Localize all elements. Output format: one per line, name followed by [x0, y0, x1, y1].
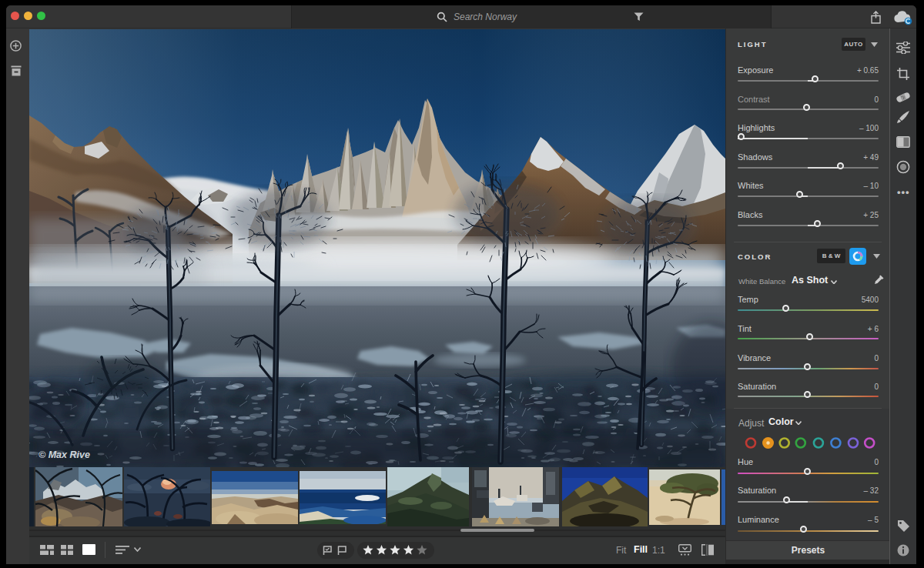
- svg-text:© Max Rive: © Max Rive: [38, 449, 90, 460]
